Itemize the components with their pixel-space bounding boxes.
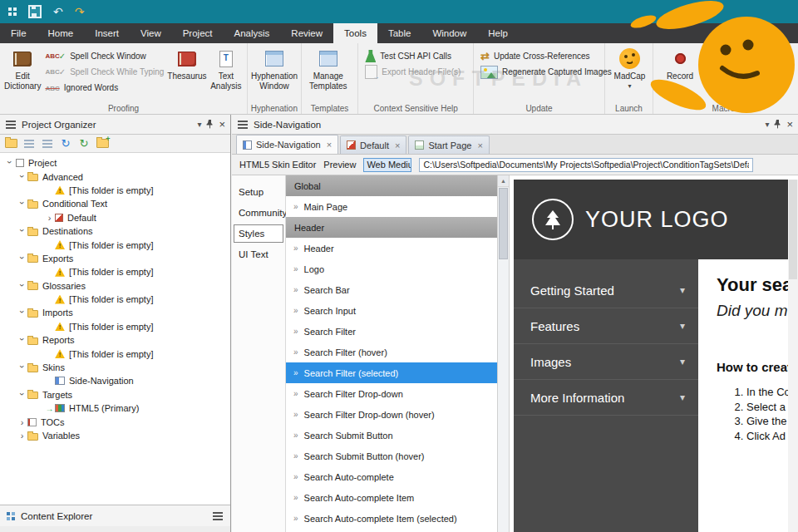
expander-icon[interactable] xyxy=(17,363,27,372)
tree-item[interactable]: [This folder is empty] xyxy=(0,347,230,360)
preview-nav-item[interactable]: Images ▾ xyxy=(514,344,698,380)
pin-icon[interactable] xyxy=(774,120,781,129)
style-item[interactable]: » Global xyxy=(286,175,497,196)
scrollbar-thumb[interactable] xyxy=(499,188,508,259)
style-item[interactable]: » Search Submit Button (hover) xyxy=(286,446,497,466)
style-item[interactable]: » Main Page xyxy=(286,196,497,217)
style-item[interactable]: » Search Filter (selected) xyxy=(286,362,497,383)
side-tab-community[interactable]: Community xyxy=(234,204,283,222)
panel-menu-icon[interactable] xyxy=(6,124,16,126)
menu-view[interactable]: View xyxy=(130,23,172,43)
medium-select[interactable]: Web Medium xyxy=(363,158,411,172)
expander-icon[interactable] xyxy=(17,431,27,441)
expander-icon[interactable] xyxy=(17,200,27,208)
export-header-file-button[interactable]: Export Header File(s) xyxy=(362,65,464,79)
refresh-button[interactable]: ↻ xyxy=(58,137,73,150)
open-folder-button[interactable] xyxy=(3,137,18,150)
style-item[interactable]: » Search Filter Drop-down (hover) xyxy=(286,404,497,425)
expander-icon[interactable] xyxy=(17,308,27,317)
style-item[interactable]: » Search Bar xyxy=(286,279,497,300)
expander-icon[interactable] xyxy=(17,282,27,290)
spell-check-window-button[interactable]: Spell Check Window xyxy=(42,49,167,63)
tree-item[interactable]: Variables xyxy=(0,429,230,442)
side-tab-ui-text[interactable]: UI Text xyxy=(234,245,283,264)
file-path-input[interactable] xyxy=(419,158,753,172)
tree-item[interactable]: Side-Navigation xyxy=(0,374,230,387)
menu-window[interactable]: Window xyxy=(421,23,477,43)
tree-item[interactable]: Skins xyxy=(0,361,230,374)
style-item[interactable]: » Search Filter Drop-down xyxy=(286,383,497,404)
manage-templates-button[interactable]: Manage Templates xyxy=(305,45,352,91)
list-view-button[interactable] xyxy=(22,137,37,150)
playback-macro-button[interactable]: Playback xyxy=(703,45,750,81)
chevron-down-icon[interactable]: ▾ xyxy=(765,120,769,129)
style-item[interactable]: » Search Auto-complete xyxy=(286,466,497,487)
tree-item[interactable]: [This folder is empty] xyxy=(0,293,230,306)
tree-item[interactable]: Destinations xyxy=(0,224,230,238)
expander-icon[interactable] xyxy=(17,227,27,235)
ignored-words-button[interactable]: Ignored Words xyxy=(42,81,167,95)
pin-icon[interactable] xyxy=(206,120,214,129)
style-item[interactable]: » Logo xyxy=(286,259,497,279)
menu-file[interactable]: File xyxy=(0,23,37,43)
close-icon[interactable]: × xyxy=(786,119,793,130)
style-item[interactable]: » Search Filter (hover) xyxy=(286,342,497,362)
tree-item[interactable]: [This folder is empty] xyxy=(0,320,230,333)
close-icon[interactable]: × xyxy=(327,140,332,150)
preview-nav-item[interactable]: Features ▾ xyxy=(514,308,698,344)
style-item[interactable]: » Search Input xyxy=(286,300,497,321)
expander-icon[interactable] xyxy=(17,391,27,399)
preview-nav-item[interactable]: Getting Started ▾ xyxy=(514,273,698,308)
content-explorer-menu-icon[interactable] xyxy=(213,515,223,517)
tab-side-navigation[interactable]: Side-Navigation × xyxy=(236,135,338,154)
menu-home[interactable]: Home xyxy=(37,23,85,43)
menu-project[interactable]: Project xyxy=(172,23,224,43)
details-view-button[interactable] xyxy=(40,137,55,150)
expander-icon[interactable] xyxy=(17,254,27,263)
style-item[interactable]: » Header xyxy=(286,217,497,238)
style-item[interactable]: » Search Submit Button xyxy=(286,425,497,446)
tree-item[interactable]: Reports xyxy=(0,333,230,347)
menu-tools[interactable]: Tools xyxy=(333,23,377,43)
scrollbar-thumb[interactable] xyxy=(789,180,797,279)
expander-icon[interactable] xyxy=(17,417,27,427)
tree-item[interactable]: Imports xyxy=(0,306,230,319)
menu-table[interactable]: Table xyxy=(377,23,422,43)
style-item[interactable]: » Search Auto-complete Item (selected) xyxy=(286,508,497,529)
undo-icon[interactable]: ↶ xyxy=(53,6,63,17)
close-icon[interactable]: × xyxy=(395,140,400,150)
thesaurus-button[interactable]: Thesaurus xyxy=(167,45,206,81)
redo-icon[interactable]: ↷ xyxy=(75,6,85,17)
menu-help[interactable]: Help xyxy=(477,23,519,43)
side-tab-setup[interactable]: Setup xyxy=(234,183,283,201)
preview-nav-item[interactable]: More Information ▾ xyxy=(514,380,698,416)
regenerate-captured-images-button[interactable]: Regenerate Captured Images xyxy=(477,65,615,79)
expander-icon[interactable] xyxy=(17,173,27,181)
edit-dictionary-button[interactable]: Edit Dictionary xyxy=(3,45,42,91)
menu-analysis[interactable]: Analysis xyxy=(224,23,281,43)
panel-menu-icon[interactable] xyxy=(238,124,248,126)
style-item[interactable]: » Search Auto-complete Item (hover) xyxy=(286,529,497,532)
tree-item[interactable]: Project xyxy=(0,156,230,170)
tree-item[interactable]: Targets xyxy=(0,388,230,401)
styles-scrollbar[interactable]: ▲ xyxy=(498,175,510,532)
tree-item[interactable]: Glossaries xyxy=(0,279,230,293)
style-item[interactable]: » Search Filter xyxy=(286,321,497,342)
hyphenation-window-button[interactable]: Hyphenation Window xyxy=(251,45,298,91)
new-folder-button[interactable] xyxy=(95,137,110,150)
tree-item[interactable]: HTML5 (Primary) xyxy=(0,401,230,415)
content-explorer-bar[interactable]: Content Explorer xyxy=(0,505,230,526)
scroll-up-arrow[interactable]: ▲ xyxy=(498,175,509,187)
save-icon[interactable] xyxy=(28,5,42,18)
close-icon[interactable]: × xyxy=(477,140,482,150)
tree-item[interactable]: [This folder is empty] xyxy=(0,238,230,251)
menu-review[interactable]: Review xyxy=(280,23,333,43)
window-menu-icon[interactable] xyxy=(8,7,12,11)
record-macro-button[interactable]: Record xyxy=(657,45,703,81)
test-csh-api-calls-button[interactable]: Test CSH API Calls xyxy=(362,49,464,63)
close-icon[interactable]: × xyxy=(219,119,225,130)
tree-item[interactable]: [This folder is empty] xyxy=(0,184,230,197)
preview-button[interactable]: Preview xyxy=(323,160,356,170)
update-cross-references-button[interactable]: Update Cross-References xyxy=(477,49,615,63)
expander-icon[interactable] xyxy=(17,336,27,344)
